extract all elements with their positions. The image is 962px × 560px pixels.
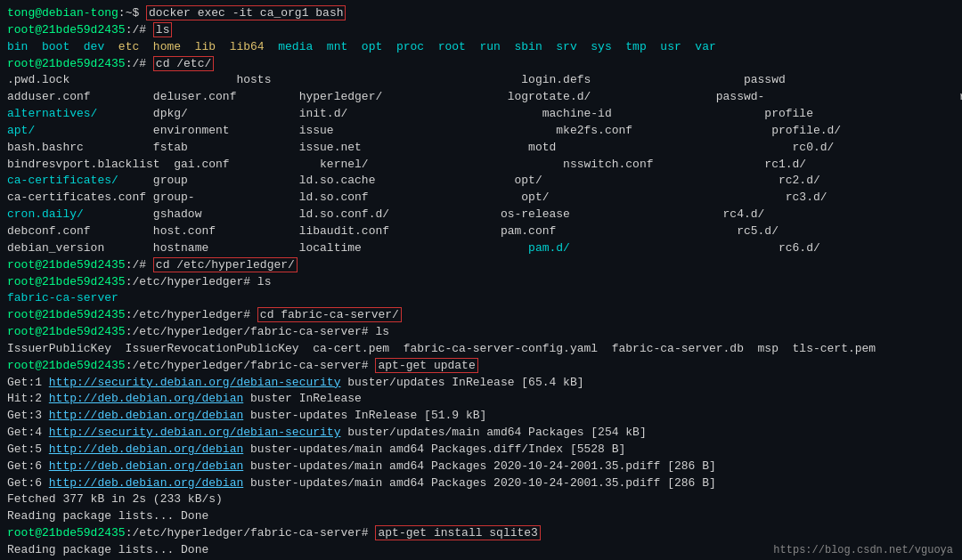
- cmd-highlight-7: apt-get install sqlite3: [375, 525, 540, 540]
- cmd-highlight-2: ls: [153, 22, 173, 37]
- terminal-line-16: root@21bde59d2435:/# cd /etc/hyperledger…: [7, 257, 955, 274]
- cmd-highlight-3: cd /etc/: [153, 56, 214, 71]
- terminal-line-29: Get:6 http://deb.debian.org/debian buste…: [7, 475, 955, 492]
- link-1: http://security.debian.org/debian-securi…: [49, 376, 341, 389]
- terminal-line-11: ca-certificates/ group ld.so.cache opt/ …: [7, 173, 955, 190]
- cmd-highlight-4: cd /etc/hyperledger/: [153, 257, 298, 272]
- terminal-window: tong@debian-tong:~$ docker exec -it ca_o…: [0, 0, 962, 560]
- link-7: http://deb.debian.org/debian: [49, 476, 243, 490]
- terminal-line-28: Get:6 http://deb.debian.org/debian buste…: [7, 459, 955, 475]
- cmd-highlight-1: docker exec -it ca_org1 bash: [146, 5, 346, 20]
- link-2: http://deb.debian.org/debian: [49, 392, 243, 405]
- terminal-line-25: Get:3 http://deb.debian.org/debian buste…: [7, 408, 955, 425]
- terminal-line-27: Get:5 http://deb.debian.org/debian buste…: [7, 442, 955, 459]
- link-6: http://deb.debian.org/debian: [49, 459, 243, 473]
- link-5: http://deb.debian.org/debian: [49, 442, 243, 456]
- terminal-line-6: adduser.conf deluser.conf hyperledger/ l…: [7, 89, 955, 106]
- footer-url: https://blog.csdn.net/vguoya: [773, 544, 953, 556]
- terminal-line-4: root@21bde59d2435:/# cd /etc/: [7, 56, 955, 73]
- terminal-line-12: ca-certificates.conf group- ld.so.conf o…: [7, 190, 955, 207]
- terminal-line-21: IssuerPublicKey IssuerRevocationPublicKe…: [7, 341, 955, 358]
- terminal-line-18: fabric-ca-server: [7, 290, 955, 307]
- terminal-line-5: .pwd.lock hosts login.defs passwd rcS.d/: [7, 72, 955, 89]
- terminal-line-7: alternatives/ dpkg/ init.d/ machine-id p…: [7, 106, 955, 123]
- terminal-line-24: Hit:2 http://deb.debian.org/debian buste…: [7, 391, 955, 408]
- cmd-highlight-6: apt-get update: [375, 358, 477, 373]
- terminal-line-13: cron.daily/ gshadow ld.so.conf.d/ os-rel…: [7, 207, 955, 223]
- prompt-2: root@21bde59d2435: [7, 23, 126, 37]
- terminal-line-17: root@21bde59d2435:/etc/hyperledger# ls: [7, 274, 955, 291]
- terminal-line-10: bindresvport.blacklist gai.conf kernel/ …: [7, 157, 955, 174]
- terminal-line-8: apt/ environment issue mke2fs.conf profi…: [7, 123, 955, 140]
- prompt-1: tong@debian-tong: [7, 6, 118, 20]
- terminal-line-19: root@21bde59d2435:/etc/hyperledger# cd f…: [7, 307, 955, 324]
- cmd-highlight-5: cd fabric-ca-server/: [257, 307, 402, 322]
- terminal-line-20: root@21bde59d2435:/etc/hyperledger/fabri…: [7, 324, 955, 341]
- terminal-line-1: tong@debian-tong:~$ docker exec -it ca_o…: [7, 5, 955, 22]
- terminal-line-23: Get:1 http://security.debian.org/debian-…: [7, 375, 955, 392]
- terminal-line-26: Get:4 http://security.debian.org/debian-…: [7, 425, 955, 442]
- terminal-line-32: root@21bde59d2435:/etc/hyperledger/fabri…: [7, 525, 955, 542]
- terminal-line-22: root@21bde59d2435:/etc/hyperledger/fabri…: [7, 358, 955, 375]
- terminal-line-15: debian_version hostname localtime pam.d/…: [7, 240, 955, 257]
- terminal-line-31: Reading package lists... Done: [7, 508, 955, 525]
- link-4: http://security.debian.org/debian-securi…: [49, 426, 341, 439]
- terminal-line-2: root@21bde59d2435:/# ls: [7, 22, 955, 39]
- terminal-line-9: bash.bashrc fstab issue.net motd rc0.d/ …: [7, 140, 955, 157]
- terminal-line-14: debconf.conf host.conf libaudit.conf pam…: [7, 223, 955, 240]
- terminal-line-30: Fetched 377 kB in 2s (233 kB/s): [7, 491, 955, 508]
- link-3: http://deb.debian.org/debian: [49, 409, 243, 422]
- terminal-line-3: bin boot dev etc home lib lib64 media mn…: [7, 39, 955, 56]
